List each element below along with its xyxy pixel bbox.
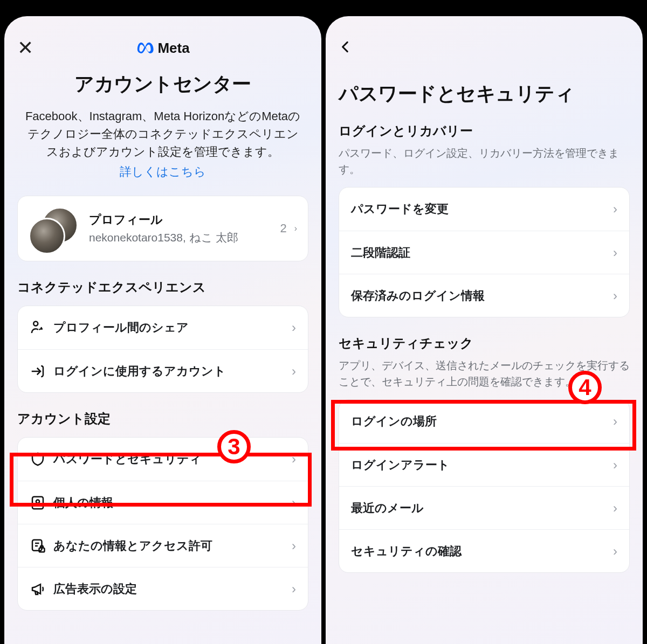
row-label: ログインに使用するアカウント — [53, 363, 292, 379]
row-label: 保存済みのログイン情報 — [351, 288, 613, 304]
back-icon[interactable] — [339, 38, 362, 58]
profile-subtitle: nekonekotaro1538, ねこ 太郎 — [89, 230, 271, 245]
row-ad-settings[interactable]: 広告表示の設定 › — [18, 567, 308, 610]
phone-left: ✕ Meta アカウントセンター Facebook、Instagram、Meta… — [4, 16, 321, 644]
close-icon[interactable]: ✕ — [17, 37, 41, 59]
chevron-right-icon: › — [294, 224, 297, 233]
section-login-heading: ログインとリカバリー — [339, 122, 630, 140]
row-change-password[interactable]: パスワードを変更 › — [339, 188, 629, 231]
page-title: パスワードとセキュリティ — [339, 81, 630, 107]
learn-more-link[interactable]: 詳しくはこちら — [22, 163, 304, 181]
section-connected-heading: コネクテッドエクスペリエンス — [17, 279, 308, 296]
row-label: 広告表示の設定 — [53, 581, 292, 597]
megaphone-icon — [30, 581, 53, 597]
chevron-right-icon: › — [613, 245, 617, 260]
row-security-check[interactable]: セキュリティの確認 › — [339, 529, 629, 572]
profile-heading: プロフィール — [89, 212, 271, 228]
chevron-right-icon: › — [292, 364, 296, 379]
meta-logo-text: Meta — [157, 40, 189, 57]
row-label: ログインアラート — [351, 457, 613, 473]
chevron-right-icon: › — [613, 501, 617, 516]
person-share-icon — [30, 320, 53, 336]
row-label: プロフィール間のシェア — [53, 320, 292, 336]
chevron-right-icon: › — [613, 202, 617, 217]
row-label: 最近のメール — [351, 500, 613, 516]
annotation-number-4: 4 — [568, 371, 602, 404]
chevron-right-icon: › — [292, 581, 296, 597]
chevron-right-icon: › — [292, 320, 296, 335]
row-saved-login[interactable]: 保存済みのログイン情報 › — [339, 274, 629, 317]
row-label: セキュリティの確認 — [351, 543, 613, 559]
row-label: パスワードを変更 — [351, 201, 613, 217]
phone-right: パスワードとセキュリティ ログインとリカバリー パスワード、ログイン設定、リカバ… — [326, 16, 643, 644]
chevron-right-icon: › — [613, 458, 617, 473]
row-info-permissions[interactable]: あなたの情報とアクセス許可 › — [18, 524, 308, 567]
doc-lock-icon — [30, 538, 53, 554]
row-login-account[interactable]: ログインに使用するアカウント › — [18, 349, 308, 392]
section-login-sub: パスワード、ログイン設定、リカバリー方法を管理できます。 — [339, 145, 630, 177]
avatar-stack — [29, 207, 80, 250]
row-two-factor[interactable]: 二段階認証 › — [339, 231, 629, 274]
row-profile-share[interactable]: プロフィール間のシェア › — [18, 306, 308, 349]
annotation-box-3 — [10, 453, 312, 507]
svg-point-0 — [33, 322, 38, 326]
login-card: パスワードを変更 › 二段階認証 › 保存済みのログイン情報 › — [339, 187, 630, 317]
login-arrow-icon — [30, 363, 53, 379]
chevron-right-icon: › — [613, 544, 617, 559]
meta-logo-icon — [136, 41, 154, 54]
row-recent-mail[interactable]: 最近のメール › — [339, 486, 629, 529]
avatar-icon — [29, 218, 65, 254]
section-check-heading: セキュリティチェック — [339, 335, 630, 352]
profile-count: 2 — [280, 221, 286, 236]
chevron-right-icon: › — [292, 538, 296, 553]
profile-card[interactable]: プロフィール nekonekotaro1538, ねこ 太郎 2 › — [17, 196, 308, 261]
meta-logo: Meta — [17, 40, 308, 57]
page-description: Facebook、Instagram、Meta HorizonなどのMetaのテ… — [22, 107, 304, 181]
section-account-heading: アカウント設定 — [17, 410, 308, 427]
annotation-number-3: 3 — [217, 430, 251, 463]
page-title: アカウントセンター — [17, 71, 308, 98]
row-label: あなたの情報とアクセス許可 — [53, 538, 292, 554]
annotation-box-4 — [331, 400, 636, 451]
row-label: 二段階認証 — [351, 245, 613, 261]
chevron-right-icon: › — [613, 288, 617, 303]
connected-card: プロフィール間のシェア › ログインに使用するアカウント › — [17, 306, 308, 393]
